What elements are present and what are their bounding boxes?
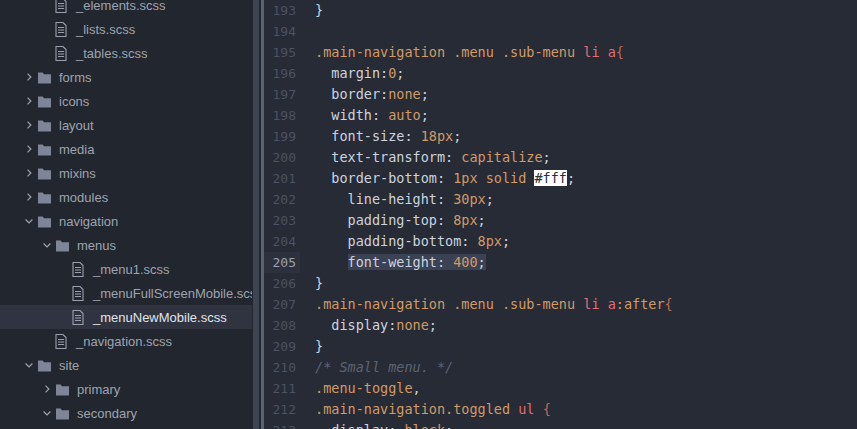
folder-icon [54, 237, 70, 253]
chevron-down-icon [40, 405, 54, 421]
sidebar-item-menus[interactable]: menus [0, 233, 252, 257]
code-line-197[interactable]: border:none; [315, 84, 857, 105]
item-label: _menu1.scss [93, 262, 170, 277]
line-number[interactable]: 213 [264, 420, 300, 429]
code-token [534, 401, 542, 417]
code-line-203[interactable]: padding-top: 8px; [315, 210, 857, 231]
code-token: line-height: [315, 191, 453, 207]
line-number[interactable]: 204 [264, 231, 300, 252]
chevron-down-icon [22, 213, 36, 229]
code-line-196[interactable]: margin:0; [315, 63, 857, 84]
sidebar-item-layout[interactable]: layout [0, 113, 252, 137]
code-token: .sub-menu [502, 296, 575, 312]
item-label: mixins [59, 166, 96, 181]
sidebar-editor-divider [252, 0, 264, 429]
item-label: primary [77, 382, 120, 397]
line-number[interactable]: 197 [264, 84, 300, 105]
code-token: ; [478, 254, 486, 270]
code-editor-pane[interactable]: 1931941951961971981992002012022032042052… [264, 0, 857, 429]
code-token: solid [486, 170, 527, 186]
code-line-205[interactable]: font-weight: 400; [315, 252, 857, 273]
code-token: } [315, 338, 323, 354]
item-label: modules [59, 190, 108, 205]
code-token: border: [315, 86, 388, 102]
code-line-209[interactable]: } [315, 336, 857, 357]
line-number[interactable]: 201 [264, 168, 300, 189]
code-token: a [608, 296, 616, 312]
line-number[interactable]: 207 [264, 294, 300, 315]
line-number[interactable]: 203 [264, 210, 300, 231]
item-label: _menuFullScreenMobile.scss [93, 286, 252, 301]
sidebar-item-menu1-scss[interactable]: _menu1.scss [0, 257, 252, 281]
code-line-195[interactable]: .main-navigation .menu .sub-menu li a{ [315, 42, 857, 63]
line-number[interactable]: 193 [264, 0, 300, 21]
sidebar-item-menufullscreenmobile-scss[interactable]: _menuFullScreenMobile.scss [0, 281, 252, 305]
code-line-210[interactable]: /* Small menu. */ [315, 357, 857, 378]
code-line-199[interactable]: font-size: 18px; [315, 126, 857, 147]
code-line-198[interactable]: width: auto; [315, 105, 857, 126]
sidebar-item-icons[interactable]: icons [0, 89, 252, 113]
line-number[interactable]: 209 [264, 336, 300, 357]
sidebar-item-forms[interactable]: forms [0, 65, 252, 89]
sidebar-item-secondary[interactable]: secondary [0, 401, 252, 425]
line-number[interactable]: 206 [264, 273, 300, 294]
sidebar-item-navigation-scss[interactable]: _navigation.scss [0, 329, 252, 353]
sidebar-item-tables-scss[interactable]: _tables.scss [0, 41, 252, 65]
code-line-194[interactable] [315, 21, 857, 42]
code-line-202[interactable]: line-height: 30px; [315, 189, 857, 210]
item-label: _elements.scss [76, 0, 166, 13]
sidebar-item-mixins[interactable]: mixins [0, 161, 252, 185]
code-content: }.main-navigation .menu .sub-menu li a{ … [315, 0, 857, 429]
code-token: capitalize [461, 149, 542, 165]
line-number[interactable]: 212 [264, 399, 300, 420]
file-explorer-sidebar: _elements.scss_lists.scss_tables.scssfor… [0, 0, 252, 429]
line-number[interactable]: 211 [264, 378, 300, 399]
line-number[interactable]: 196 [264, 63, 300, 84]
folder-icon [36, 165, 52, 181]
line-number[interactable]: 205 [264, 252, 300, 273]
line-number[interactable]: 199 [264, 126, 300, 147]
code-line-212[interactable]: .main-navigation.toggled ul { [315, 399, 857, 420]
code-line-204[interactable]: padding-bottom: 8px; [315, 231, 857, 252]
item-label: media [59, 142, 94, 157]
sidebar-item-modules[interactable]: modules [0, 185, 252, 209]
sidebar-scrollbar[interactable] [253, 0, 259, 429]
sidebar-item-menunewmobile-scss[interactable]: _menuNewMobile.scss [0, 305, 252, 329]
chevron-right-icon [22, 93, 36, 109]
code-line-207[interactable]: .main-navigation .menu .sub-menu li a:af… [315, 294, 857, 315]
code-token: ; [421, 107, 429, 123]
sidebar-item-lists-scss[interactable]: _lists.scss [0, 17, 252, 41]
line-number[interactable]: 194 [264, 21, 300, 42]
chevron-right-icon [22, 189, 36, 205]
line-number[interactable]: 198 [264, 105, 300, 126]
sidebar-item-site[interactable]: site [0, 353, 252, 377]
sidebar-item-media[interactable]: media [0, 137, 252, 161]
line-number[interactable]: 208 [264, 315, 300, 336]
code-line-201[interactable]: border-bottom: 1px solid #fff; [315, 168, 857, 189]
code-token: 1px [453, 170, 477, 186]
line-number[interactable]: 200 [264, 147, 300, 168]
code-token: 8px [453, 212, 477, 228]
code-token [494, 44, 502, 60]
code-token: ; [445, 422, 453, 429]
code-token: } [315, 2, 323, 18]
chevron-right-icon [40, 381, 54, 397]
folder-icon [36, 213, 52, 229]
sidebar-item-navigation[interactable]: navigation [0, 209, 252, 233]
code-line-211[interactable]: .menu-toggle, [315, 378, 857, 399]
line-number[interactable]: 202 [264, 189, 300, 210]
code-line-208[interactable]: display:none; [315, 315, 857, 336]
code-line-200[interactable]: text-transform: capitalize; [315, 147, 857, 168]
code-token: ; [543, 149, 551, 165]
sidebar-item-primary[interactable]: primary [0, 377, 252, 401]
item-label: secondary [77, 406, 137, 421]
code-token: .menu [453, 296, 494, 312]
code-token: :after [616, 296, 665, 312]
code-line-206[interactable]: } [315, 273, 857, 294]
code-line-213[interactable]: display: block; [315, 420, 857, 429]
code-line-193[interactable]: } [315, 0, 857, 21]
line-number[interactable]: 195 [264, 42, 300, 63]
line-number[interactable]: 210 [264, 357, 300, 378]
sidebar-item-elements-scss[interactable]: _elements.scss [0, 0, 252, 17]
code-token: ul [518, 401, 534, 417]
